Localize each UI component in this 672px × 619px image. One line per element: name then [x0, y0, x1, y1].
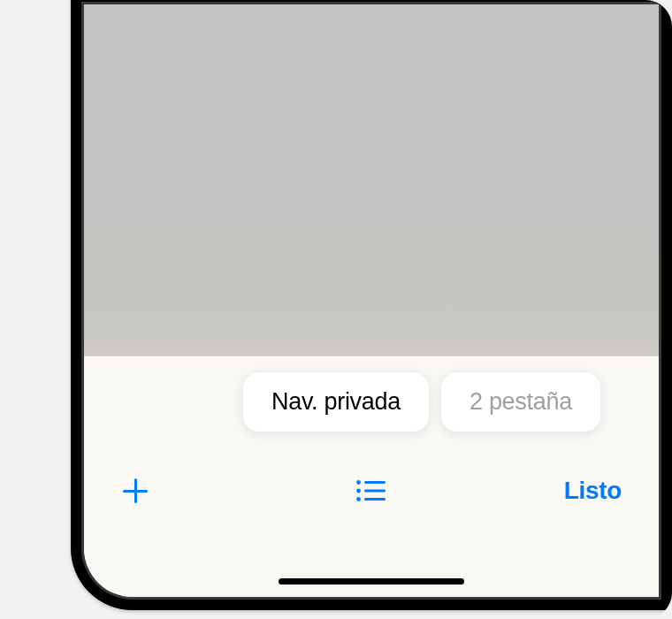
list-icon — [355, 478, 387, 503]
phone-screen: Nav. privada 2 pestaña — [84, 4, 659, 597]
toolbar-center — [288, 478, 455, 503]
svg-point-1 — [356, 489, 361, 493]
tab-group-selector[interactable]: Nav. privada 2 pestaña — [84, 356, 659, 436]
phone-frame: Nav. privada 2 pestaña — [71, 0, 672, 610]
toolbar-right: Listo — [454, 477, 622, 505]
bottom-panel: Nav. privada 2 pestaña — [84, 356, 659, 597]
svg-rect-3 — [364, 481, 386, 484]
done-button[interactable]: Listo — [564, 477, 622, 505]
svg-point-0 — [356, 480, 361, 485]
toolbar-left — [121, 477, 288, 505]
tab-group-private[interactable]: Nav. privada — [243, 372, 429, 432]
new-tab-button[interactable] — [121, 477, 149, 505]
tab-groups-button[interactable] — [355, 478, 387, 503]
tab-group-tabs[interactable]: 2 pestaña — [441, 372, 600, 432]
home-indicator[interactable] — [279, 578, 464, 585]
phone-bezel: Nav. privada 2 pestaña — [81, 2, 661, 600]
svg-rect-4 — [364, 490, 386, 493]
svg-point-2 — [356, 497, 361, 501]
svg-rect-5 — [364, 498, 386, 501]
bottom-toolbar: Listo — [84, 436, 659, 524]
